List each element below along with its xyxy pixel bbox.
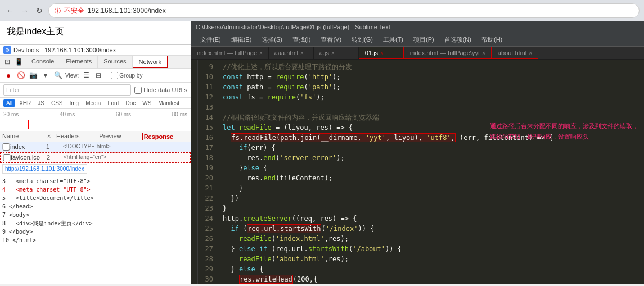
resp-line-9: 9 </body> [2, 228, 188, 236]
type-media[interactable]: Media [83, 99, 103, 107]
view-label: View: [65, 72, 79, 79]
url-tooltip: http://192.168.1.101:3000/index [2, 164, 87, 174]
tab-01-js[interactable]: 01.js × [359, 47, 404, 59]
menu-help[interactable]: 帮助(H) [477, 34, 507, 45]
devtools-mobile-icon[interactable]: 📱 [13, 57, 24, 67]
tab-label: a.js [319, 49, 329, 56]
webpage-area: 我是index主页 [0, 21, 191, 45]
list-view-btn[interactable]: ☰ [81, 70, 91, 80]
resp-line-10: 10 </html> [2, 236, 188, 244]
editor-titlebar: C:\Users\Administrator\Desktop\fullPage\… [191, 21, 644, 33]
address-text: 192.168.1.101:3000/index [88, 7, 166, 15]
record-btn[interactable]: ● [3, 70, 13, 80]
toolbar-sep [107, 71, 107, 80]
type-img[interactable]: Img [66, 99, 82, 107]
row-content-2: <html lang="en"> [64, 154, 188, 160]
type-filter-bar: All XHR JS CSS Img Media Font Doc WS Man… [0, 98, 191, 109]
tab-close-icon[interactable]: × [300, 50, 304, 56]
tab-close-icon[interactable]: × [259, 50, 263, 56]
editor-body: 9 10 11 12 13 14 15 16 17 18 19 20 21 22… [191, 60, 644, 284]
devtools-icons-row: ⊡ 📱 [0, 56, 26, 68]
menu-select[interactable]: 选择(S) [257, 34, 287, 45]
table-row[interactable]: index 1 <!DOCTYPE html> [0, 142, 191, 152]
type-all[interactable]: All [3, 99, 15, 107]
resp-line-7: 7 <body> [2, 211, 188, 219]
resp-line-6: 6 </head> [2, 202, 188, 211]
search-icon[interactable]: 🔍 [53, 70, 63, 80]
menu-view[interactable]: 查看(V) [316, 34, 346, 45]
devtools-panel: ⚙ DevTools - 192.168.1.101:3000/index ⊡ … [0, 45, 191, 284]
group-by-checkbox[interactable] [111, 72, 118, 79]
menu-file[interactable]: 文件(E) [196, 34, 226, 45]
row-content: <!DOCTYPE html> [63, 143, 188, 149]
tab-console[interactable]: Console [26, 56, 60, 68]
sidebar-gutter [191, 60, 198, 284]
response-panel: 3 <meta charset="UTF-8"> 4 <meta charset… [0, 175, 191, 247]
tab-close-icon[interactable]: × [380, 50, 384, 56]
col-x-header: × [47, 133, 56, 140]
tab-network[interactable]: Network [133, 56, 168, 68]
devtools-icon: ⚙ [3, 46, 11, 54]
type-font[interactable]: Font [105, 99, 121, 107]
address-bar[interactable]: ⓘ 不安全 192.168.1.101:3000/index [48, 3, 640, 18]
filter-icon[interactable]: ▼ [40, 70, 51, 80]
timeline: 20 ms 40 ms 60 ms 80 ms [0, 109, 191, 131]
tab-close-icon[interactable]: × [482, 50, 485, 56]
tab-aaa-html[interactable]: aaa.html × [269, 47, 314, 59]
tab-sources[interactable]: Sources [98, 56, 132, 68]
menu-find[interactable]: 查找(I) [288, 34, 315, 45]
tab-index-yyt[interactable]: index.html — fullPage\yyt × [404, 47, 492, 59]
devtools-titlebar: ⚙ DevTools - 192.168.1.101:3000/index [0, 45, 191, 56]
line-numbers: 9 10 11 12 13 14 15 16 17 18 19 20 21 22… [198, 60, 218, 284]
col-response-header: Response [142, 133, 188, 140]
row-name: index [10, 143, 46, 150]
code-content[interactable]: //优化上述，所以后台要处理下路径的分发 const http = requir… [218, 60, 644, 284]
network-toolbar: ● 🚫 📷 ▼ 🔍 View: ☰ ⊟ Group by [0, 69, 191, 83]
hide-urls-checkbox[interactable] [134, 87, 142, 94]
col-name-header: Name [2, 133, 47, 140]
row-status: 1 [46, 143, 63, 150]
menu-edit[interactable]: 编辑(E) [227, 34, 256, 45]
clear-btn[interactable]: 🚫 [16, 70, 26, 80]
editor-menubar: 文件(E) 编辑(E) 选择(S) 查找(I) 查看(V) 转到(G) 工具(T… [191, 33, 644, 47]
filter-input[interactable] [3, 84, 131, 96]
tab-about-html[interactable]: about.html × [492, 47, 538, 59]
menu-project[interactable]: 项目(P) [409, 34, 439, 45]
table-row[interactable]: favicon.ico 2 <html lang="en"> [0, 152, 191, 163]
type-css[interactable]: CSS [48, 99, 66, 107]
type-doc[interactable]: Doc [123, 99, 138, 107]
menu-goto[interactable]: 转到(G) [347, 34, 377, 45]
type-xhr[interactable]: XHR [16, 99, 34, 107]
type-ws[interactable]: WS [139, 99, 154, 107]
type-manifest[interactable]: Manifest [155, 99, 182, 107]
timeline-marker [28, 120, 29, 129]
grid-view-btn[interactable]: ⊟ [93, 70, 103, 80]
menu-prefs[interactable]: 首选项(N) [440, 34, 476, 45]
timeline-60ms: 60 ms [116, 111, 131, 117]
tab-close-icon[interactable]: × [331, 50, 335, 56]
annotation: 通过路径后台来分配不同的响应，涉及到文件的读取，路径的获取，处理响应，设置响应头 [490, 121, 638, 142]
timeline-40ms: 40 ms [60, 111, 75, 117]
type-js[interactable]: JS [35, 99, 47, 107]
lock-icon: ⓘ [55, 7, 61, 15]
browser-chrome: ← → ↻ ⓘ 不安全 192.168.1.101:3000/index [0, 0, 644, 21]
row-name-2: favicon.ico [11, 154, 47, 161]
page-title: 我是index主页 [7, 26, 184, 38]
tab-elements[interactable]: Elements [60, 56, 98, 68]
forward-button[interactable]: → [19, 5, 30, 16]
tab-a-js[interactable]: a.js × [314, 47, 359, 59]
timeline-80ms: 80 ms [172, 111, 187, 117]
camera-btn[interactable]: 📷 [28, 70, 38, 80]
refresh-button[interactable]: ↻ [34, 5, 45, 16]
resp-line-3: 3 <meta charset="UTF-8"> [2, 177, 188, 185]
row-checkbox[interactable] [2, 143, 10, 151]
row-checkbox-2[interactable] [3, 154, 11, 161]
col-headers-header: Headers [56, 133, 99, 140]
tab-index-fullpage[interactable]: index.html — fullPage × [191, 47, 269, 59]
tab-close-icon[interactable]: × [529, 50, 532, 56]
devtools-cursor-icon[interactable]: ⊡ [2, 57, 12, 67]
back-button[interactable]: ← [4, 5, 16, 16]
tab-label: about.html [498, 49, 526, 56]
editor-tabs: index.html — fullPage × aaa.html × a.js … [191, 47, 644, 60]
menu-tools[interactable]: 工具(T) [379, 34, 408, 45]
